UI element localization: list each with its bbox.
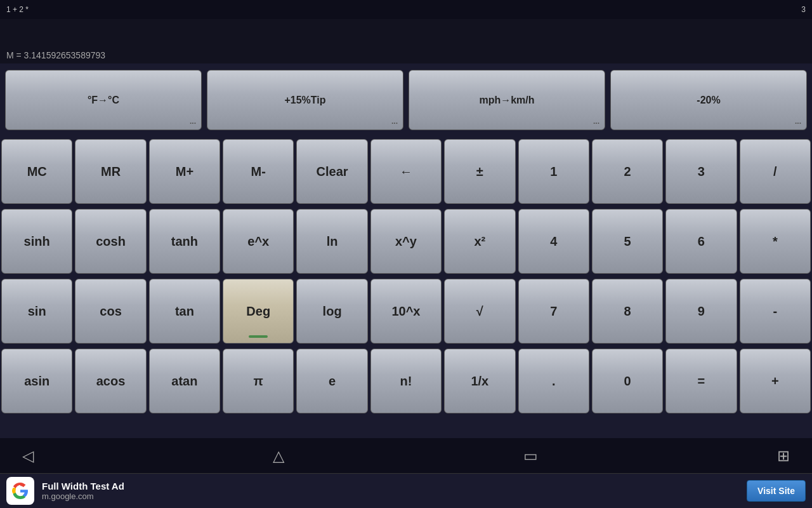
calc-row-3: asinacosatanπen!1/x.0=+	[0, 346, 812, 416]
calc-row-2: sincostanDeglog10^x√789-	[0, 276, 812, 346]
calc-btn-0-9[interactable]: 3	[665, 139, 737, 204]
calc-btn-0-5[interactable]: ←	[370, 139, 442, 204]
calc-btn-1-0[interactable]: sinh	[1, 209, 72, 274]
calc-btn-3-6[interactable]: 1/x	[444, 349, 515, 413]
calc-btn-3-7[interactable]: .	[518, 349, 589, 413]
calc-btn-2-5[interactable]: 10^x	[370, 279, 442, 344]
calc-btn-2-9[interactable]: 9	[665, 279, 737, 344]
calc-btn-0-2[interactable]: M+	[149, 139, 220, 204]
calc-btn-2-4[interactable]: log	[296, 279, 367, 344]
memory-display: M = 3.141592653589793	[6, 50, 105, 60]
calc-btn-2-1[interactable]: cos	[75, 279, 146, 344]
calc-btn-1-6[interactable]: x²	[444, 209, 515, 274]
ad-text-block: Full Width Test Ad m.google.com	[42, 481, 747, 501]
calc-btn-0-6[interactable]: ±	[444, 139, 515, 204]
status-expression: 1 + 2 *	[6, 5, 29, 14]
ad-icon	[6, 477, 34, 505]
calc-btn-3-3[interactable]: π	[223, 349, 294, 413]
calc-btn-1-3[interactable]: e^x	[223, 209, 294, 274]
calc-btn-3-9[interactable]: =	[665, 349, 737, 413]
calc-btn-3-10[interactable]: +	[740, 349, 811, 413]
calc-btn-0-0[interactable]: MC	[1, 139, 72, 204]
calc-btn-1-9[interactable]: 6	[665, 209, 737, 274]
calc-btn-2-3[interactable]: Deg	[223, 279, 294, 344]
visit-site-button[interactable]: Visit Site	[747, 480, 806, 502]
calc-btn-1-4[interactable]: ln	[296, 209, 367, 274]
expression-area: M = 3.141592653589793	[0, 19, 812, 64]
calc-btn-2-0[interactable]: sin	[1, 279, 72, 344]
shortcut-btn-0[interactable]: °F→°C...	[5, 70, 202, 130]
status-bar: 1 + 2 * 3	[0, 0, 812, 19]
calc-btn-3-2[interactable]: atan	[149, 349, 220, 413]
calc-btn-1-5[interactable]: x^y	[370, 209, 442, 274]
calc-btn-2-6[interactable]: √	[444, 279, 515, 344]
calc-btn-0-1[interactable]: MR	[75, 139, 146, 204]
calc-btn-1-1[interactable]: cosh	[75, 209, 146, 274]
calc-btn-1-7[interactable]: 4	[518, 209, 589, 274]
back-button[interactable]: ◁	[13, 444, 43, 468]
calc-btn-0-8[interactable]: 2	[592, 139, 663, 204]
shortcut-btn-3[interactable]: -20%...	[610, 70, 807, 130]
calc-btn-2-8[interactable]: 8	[592, 279, 663, 344]
calc-btn-2-10[interactable]: -	[740, 279, 811, 344]
calc-row-0: MCMRM+M-Clear←±123/	[0, 137, 812, 206]
home-button[interactable]: △	[263, 444, 294, 468]
calc-btn-0-10[interactable]: /	[740, 139, 811, 204]
calc-btn-3-4[interactable]: e	[296, 349, 367, 413]
calc-btn-3-0[interactable]: asin	[1, 349, 72, 413]
calc-btn-3-8[interactable]: 0	[592, 349, 663, 413]
calc-btn-2-7[interactable]: 7	[518, 279, 589, 344]
calc-btn-3-1[interactable]: acos	[75, 349, 146, 413]
grid-button[interactable]: ⊞	[768, 444, 799, 468]
calc-btn-1-8[interactable]: 5	[592, 209, 663, 274]
shortcuts-row: °F→°C...+15%Tip...mph→km/h...-20%...	[0, 64, 812, 137]
calc-btn-0-4[interactable]: Clear	[296, 139, 367, 204]
calc-btn-0-3[interactable]: M-	[223, 139, 294, 204]
calc-btn-3-5[interactable]: n!	[370, 349, 442, 413]
shortcut-btn-2[interactable]: mph→km/h...	[409, 70, 605, 130]
ad-banner: Full Width Test Ad m.google.com Visit Si…	[0, 473, 812, 508]
status-result: 3	[801, 5, 806, 14]
calc-btn-0-7[interactable]: 1	[518, 139, 589, 204]
calc-btn-2-2[interactable]: tan	[149, 279, 220, 344]
calc-btn-1-10[interactable]: *	[740, 209, 811, 274]
calc-btn-1-2[interactable]: tanh	[149, 209, 220, 274]
ad-url: m.google.com	[42, 491, 747, 501]
shortcut-btn-1[interactable]: +15%Tip...	[207, 70, 403, 130]
nav-bar: ◁ △ ▭ ⊞	[0, 438, 812, 473]
calc-area: MCMRM+M-Clear←±123/sinhcoshtanhe^xlnx^yx…	[0, 137, 812, 438]
recent-button[interactable]: ▭	[514, 444, 547, 468]
calc-row-1: sinhcoshtanhe^xlnx^yx²456*	[0, 206, 812, 276]
ad-title: Full Width Test Ad	[42, 481, 747, 491]
